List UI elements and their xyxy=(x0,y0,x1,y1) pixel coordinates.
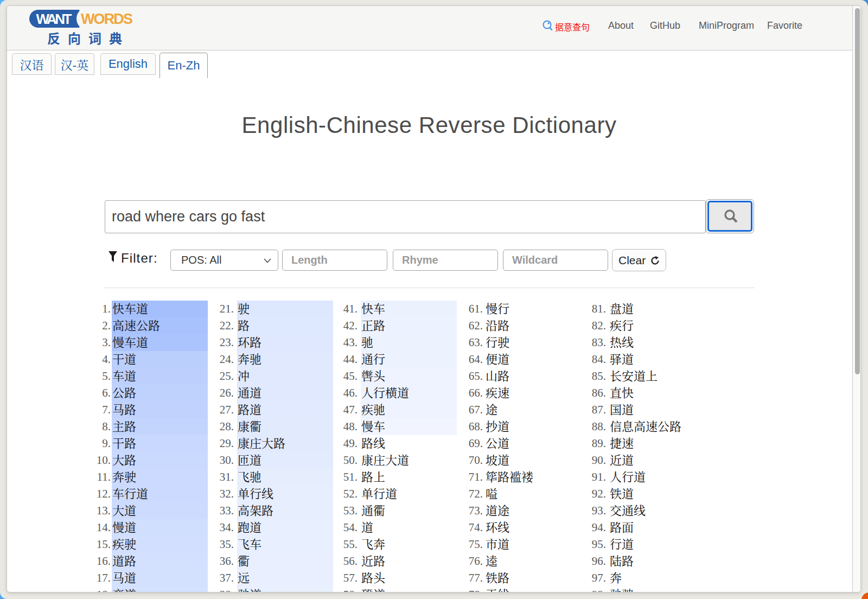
svg-text:WORDS: WORDS xyxy=(81,11,133,27)
svg-text:WANT: WANT xyxy=(36,11,72,27)
